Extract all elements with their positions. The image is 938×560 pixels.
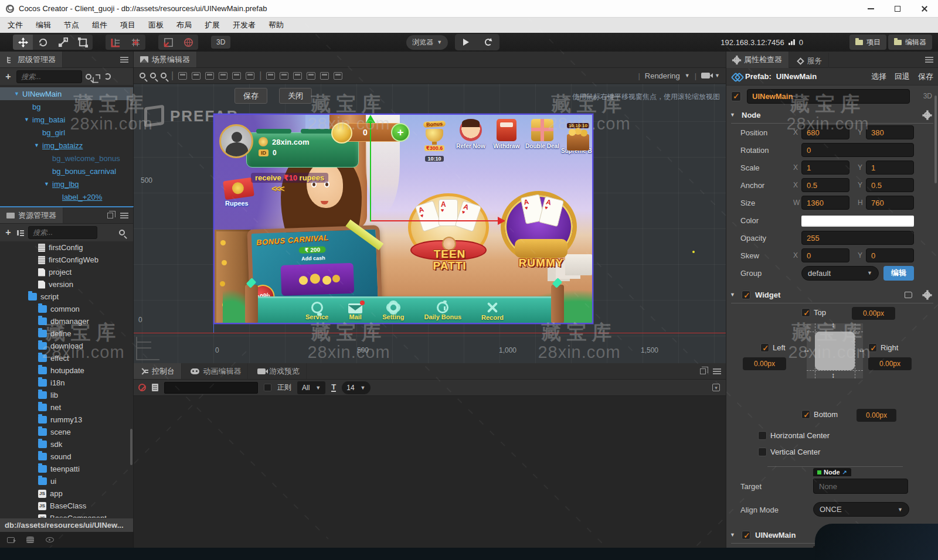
- asset-row[interactable]: download: [0, 340, 133, 352]
- tab-scene-editor[interactable]: 场景编辑器: [134, 52, 197, 67]
- asset-row[interactable]: define: [0, 327, 133, 340]
- menu-item[interactable]: 编辑: [29, 18, 57, 33]
- menu-item[interactable]: 文件: [1, 18, 29, 33]
- shop-item[interactable]: Refer Now: [454, 119, 488, 154]
- hierarchy-node-row[interactable]: bg_girl: [0, 126, 133, 139]
- scrollbar[interactable]: [130, 429, 132, 465]
- preview-target-dropdown[interactable]: 浏览器▼: [406, 35, 448, 50]
- menu-item[interactable]: 组件: [86, 18, 114, 33]
- scale-x-input[interactable]: 1: [801, 161, 849, 175]
- align-right-input[interactable]: 0.00px: [868, 357, 912, 370]
- node-name-input[interactable]: UINewMain: [747, 89, 910, 104]
- close-button[interactable]: [911, 0, 938, 18]
- asset-row[interactable]: hotupdate: [0, 364, 133, 377]
- scale-y-input[interactable]: 1: [866, 161, 914, 175]
- size-w-input[interactable]: 1360: [801, 196, 849, 210]
- panel-menu-icon[interactable]: [713, 368, 721, 374]
- same-height-icon[interactable]: [320, 72, 329, 80]
- align-left-input[interactable]: 0.00px: [743, 357, 786, 370]
- menu-item[interactable]: 开发者: [226, 18, 262, 33]
- color-swatch[interactable]: [801, 216, 914, 226]
- hierarchy-node-row[interactable]: bg: [0, 100, 133, 113]
- expand-all-icon[interactable]: [96, 74, 100, 79]
- align-bottom-checkbox[interactable]: Bottom: [801, 410, 838, 419]
- nav-item[interactable]: Setting: [382, 302, 404, 320]
- scrollbar[interactable]: [130, 88, 132, 129]
- tree-arrow-icon[interactable]: [44, 181, 52, 187]
- asset-row[interactable]: common: [0, 303, 133, 315]
- zoom-in-icon[interactable]: [140, 73, 145, 78]
- panel-menu-icon[interactable]: [925, 57, 933, 63]
- sort-icon[interactable]: [17, 230, 24, 236]
- align-bottom-input[interactable]: 0.00px: [857, 409, 896, 422]
- gizmo-x-axis[interactable]: [371, 220, 499, 221]
- prefab-select-button[interactable]: 选择: [871, 71, 886, 82]
- align-mode-dropdown[interactable]: ONCE▼: [813, 502, 909, 517]
- nav-item[interactable]: Mail: [348, 302, 362, 320]
- gear-icon[interactable]: [924, 111, 930, 118]
- tab-game-preview[interactable]: 游戏预览: [251, 363, 307, 379]
- tab-hierarchy[interactable]: 层级管理器: [0, 52, 63, 67]
- group-edit-button[interactable]: 编辑: [883, 266, 914, 281]
- database-icon[interactable]: [26, 537, 34, 543]
- asset-row[interactable]: ui: [0, 475, 133, 487]
- asset-row[interactable]: BaseComponent: [0, 512, 133, 518]
- same-size-icon[interactable]: [334, 72, 342, 80]
- align-h-center-icon[interactable]: [192, 72, 200, 80]
- script-enabled-checkbox[interactable]: [742, 531, 750, 539]
- clear-log-icon[interactable]: [138, 384, 146, 391]
- prefab-revert-button[interactable]: 回退: [895, 71, 910, 82]
- shop-item[interactable]: 10:10:10 Supreme Bonus: [561, 119, 593, 154]
- anchor-y-input[interactable]: 0.5: [866, 178, 914, 192]
- same-width-icon[interactable]: [307, 72, 315, 80]
- asset-row[interactable]: dbmanager: [0, 315, 133, 327]
- teen-patti-button[interactable]: A♥ A♥ A♥ TEENPATTI: [406, 193, 494, 275]
- font-size-dropdown[interactable]: 14▼: [342, 381, 370, 394]
- menu-item[interactable]: 项目: [114, 18, 142, 33]
- prefab-save-button[interactable]: 保存: [918, 71, 933, 82]
- hierarchy-node-row[interactable]: UINewMain: [0, 87, 133, 100]
- console-filter-input[interactable]: [164, 382, 258, 394]
- search-icon[interactable]: [119, 230, 125, 235]
- log-level-dropdown[interactable]: All▼: [297, 381, 325, 394]
- popout-icon[interactable]: [700, 368, 706, 374]
- nav-item[interactable]: Record: [481, 301, 504, 321]
- play-button[interactable]: [455, 34, 477, 50]
- maximize-button[interactable]: [884, 0, 911, 18]
- distribute-h-icon[interactable]: [266, 72, 275, 80]
- pivot-anchor-button[interactable]: [125, 35, 145, 50]
- 3d-mode-toggle[interactable]: 3D: [211, 36, 230, 49]
- rotation-input[interactable]: 0: [801, 143, 914, 157]
- asset-row[interactable]: net: [0, 401, 133, 414]
- open-project-button[interactable]: 项目: [849, 35, 886, 50]
- add-coins-button[interactable]: +: [391, 123, 410, 142]
- hierarchy-node-row[interactable]: label_+20%: [0, 190, 133, 203]
- minimize-button[interactable]: [857, 0, 884, 18]
- asset-row[interactable]: sdk: [0, 438, 133, 450]
- asset-row[interactable]: rummy13: [0, 414, 133, 426]
- tree-arrow-icon[interactable]: [24, 117, 32, 122]
- menu-item[interactable]: 节点: [57, 18, 86, 33]
- panel-menu-icon[interactable]: [120, 213, 128, 218]
- rummy-button[interactable]: A♥ A♥ RUMMY: [499, 191, 583, 273]
- align-top-checkbox[interactable]: Top: [801, 308, 826, 317]
- tab-inspector[interactable]: 属性检查器: [726, 52, 789, 68]
- widget-section-header[interactable]: ▼ Widget: [726, 286, 938, 303]
- pivot-position-button[interactable]: [106, 35, 125, 50]
- bonus-trophy[interactable]: Bonus ₹300.6 10:10: [419, 118, 450, 165]
- rotate-tool-button[interactable]: [33, 35, 53, 50]
- rendering-dropdown[interactable]: Rendering: [645, 71, 680, 80]
- asset-row[interactable]: scene: [0, 426, 133, 438]
- log-file-icon[interactable]: [152, 384, 158, 391]
- collapse-log-icon[interactable]: ▾: [712, 384, 720, 391]
- player-avatar[interactable]: [219, 124, 253, 158]
- refresh-button[interactable]: [477, 34, 499, 50]
- gizmo-x-arrowhead[interactable]: [498, 217, 505, 225]
- local-view-button[interactable]: [158, 35, 178, 50]
- zoom-fit-icon[interactable]: [161, 73, 166, 78]
- anchor-x-input[interactable]: 0.5: [801, 178, 849, 192]
- align-left-icon[interactable]: [178, 72, 187, 80]
- refresh-icon[interactable]: [104, 73, 111, 80]
- tree-arrow-icon[interactable]: [34, 142, 42, 148]
- tab-service[interactable]: 服务: [791, 53, 829, 69]
